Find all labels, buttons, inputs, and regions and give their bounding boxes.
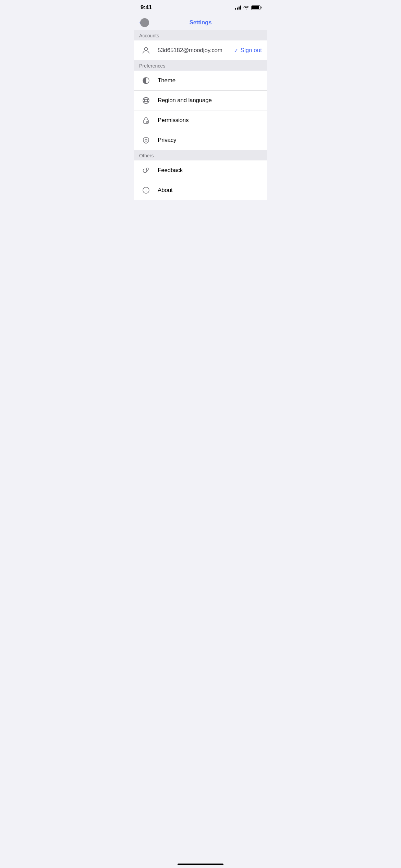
accounts-section: Accounts 53d65182@moodjoy.com ✓ Sign out: [134, 30, 267, 60]
about-label: About: [158, 187, 262, 194]
others-section: Others Feedback About: [134, 150, 267, 200]
others-section-header: Others: [134, 150, 267, 160]
svg-point-9: [145, 139, 147, 141]
preferences-section-header: Preferences: [134, 60, 267, 71]
wifi-icon: [243, 5, 249, 10]
privacy-icon: [139, 133, 153, 147]
feedback-icon: [139, 164, 153, 177]
feedback-item[interactable]: Feedback: [134, 160, 267, 180]
signal-icon: [235, 5, 241, 10]
page-title: Settings: [190, 19, 212, 26]
account-email-label: 53d65182@moodjoy.com: [158, 47, 234, 54]
accounts-list: 53d65182@moodjoy.com ✓ Sign out: [134, 40, 267, 60]
navigation-header: ‹ Settings: [134, 15, 267, 30]
checkmark-icon: ✓: [234, 47, 239, 54]
preferences-section: Preferences Theme: [134, 60, 267, 150]
theme-icon: [139, 74, 153, 87]
about-icon: [139, 183, 153, 197]
region-language-item[interactable]: Region and language: [134, 91, 267, 110]
accounts-section-header: Accounts: [134, 30, 267, 40]
back-button[interactable]: ‹: [139, 18, 149, 27]
globe-icon: [139, 94, 153, 107]
sign-out-action[interactable]: ✓ Sign out: [234, 47, 262, 54]
status-icons: [235, 5, 260, 10]
back-avatar: [140, 18, 149, 27]
permissions-item[interactable]: Permissions: [134, 110, 267, 130]
others-list: Feedback About: [134, 160, 267, 200]
svg-point-0: [145, 48, 148, 51]
svg-point-2: [143, 97, 149, 104]
svg-point-3: [145, 97, 148, 104]
preferences-list: Theme Region and language: [134, 71, 267, 150]
privacy-item[interactable]: Privacy: [134, 130, 267, 150]
permissions-icon: [139, 113, 153, 127]
sign-out-button[interactable]: Sign out: [241, 47, 262, 54]
svg-point-14: [146, 189, 146, 189]
permissions-label: Permissions: [158, 117, 262, 124]
feedback-label: Feedback: [158, 167, 262, 174]
about-item[interactable]: About: [134, 180, 267, 200]
account-email-item[interactable]: 53d65182@moodjoy.com ✓ Sign out: [134, 40, 267, 60]
battery-icon: [251, 5, 260, 10]
person-icon: [139, 44, 153, 57]
theme-item[interactable]: Theme: [134, 71, 267, 91]
theme-label: Theme: [158, 77, 262, 84]
status-bar: 9:41: [134, 0, 267, 15]
region-language-label: Region and language: [158, 97, 262, 104]
svg-point-8: [147, 121, 148, 122]
status-time: 9:41: [141, 4, 152, 11]
privacy-label: Privacy: [158, 137, 262, 144]
